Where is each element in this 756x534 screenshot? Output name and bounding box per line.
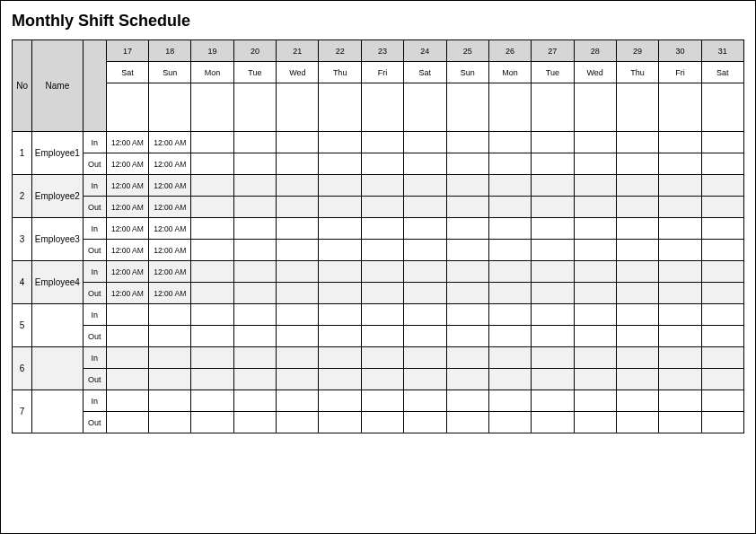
shift-out-cell	[191, 326, 233, 347]
shift-in-cell	[701, 218, 743, 240]
shift-in-cell	[404, 304, 446, 326]
shift-in-cell	[319, 304, 361, 326]
employee-no: 1	[13, 132, 32, 175]
shift-in-cell	[233, 132, 276, 153]
shift-in-cell	[277, 261, 319, 283]
shift-out-cell	[616, 197, 658, 218]
shift-in-cell	[361, 390, 403, 412]
shift-out-cell	[446, 153, 488, 175]
dow-header: Wed	[574, 62, 616, 83]
shift-out-cell	[233, 369, 276, 390]
shift-in-cell	[404, 347, 446, 369]
shift-in-cell	[191, 218, 233, 240]
date-header: 25	[446, 40, 488, 62]
dow-header: Fri	[361, 62, 403, 83]
shift-out-cell	[701, 369, 743, 390]
shift-out-cell	[404, 153, 446, 175]
in-label: In	[83, 304, 106, 326]
shift-out-cell	[659, 369, 701, 390]
date-header: 22	[319, 40, 361, 62]
shift-in-cell	[616, 132, 658, 153]
shift-in-cell	[149, 347, 191, 369]
in-label: In	[83, 175, 106, 197]
shift-out-cell	[404, 326, 446, 347]
shift-out-cell	[404, 240, 446, 261]
shift-out-cell	[616, 283, 658, 304]
document-page: Monthly Shift Schedule No Name 17 18 19 …	[0, 0, 756, 534]
shift-in-cell	[446, 347, 488, 369]
shift-in-cell	[149, 304, 191, 326]
date-header: 27	[532, 40, 574, 62]
column-header-inout-blank	[83, 40, 106, 132]
shift-out-cell	[574, 412, 616, 433]
shift-out-cell	[361, 283, 403, 304]
shift-out-cell	[191, 197, 233, 218]
dow-header: Thu	[616, 62, 658, 83]
shift-in-cell	[488, 175, 531, 197]
employee-row-out: Out	[13, 326, 744, 347]
employee-row-in: 2Employee2In12:00 AM12:00 AM	[13, 175, 744, 197]
shift-in-cell	[106, 347, 148, 369]
shift-in-cell	[106, 390, 148, 412]
shift-in-cell	[532, 347, 574, 369]
shift-in-cell	[233, 304, 276, 326]
shift-out-cell	[616, 412, 658, 433]
summary-header-cell	[106, 83, 148, 132]
shift-out-cell	[277, 240, 319, 261]
summary-header-row	[13, 83, 744, 132]
shift-out-cell	[446, 326, 488, 347]
shift-in-cell	[574, 132, 616, 153]
date-header-row: No Name 17 18 19 20 21 22 23 24 25 26 27…	[13, 40, 744, 62]
out-label: Out	[83, 240, 106, 261]
shift-out-cell	[319, 369, 361, 390]
shift-out-cell	[319, 283, 361, 304]
shift-out-cell	[446, 369, 488, 390]
shift-in-cell	[319, 347, 361, 369]
shift-out-cell	[106, 326, 148, 347]
shift-in-cell	[659, 347, 701, 369]
shift-in-cell	[361, 261, 403, 283]
shift-in-cell	[233, 261, 276, 283]
shift-in-cell	[574, 218, 616, 240]
shift-out-cell	[446, 240, 488, 261]
summary-header-cell	[319, 83, 361, 132]
shift-out-cell	[361, 153, 403, 175]
employee-row-out: Out12:00 AM12:00 AM	[13, 153, 744, 175]
date-header: 20	[233, 40, 276, 62]
shift-in-cell: 12:00 AM	[106, 261, 148, 283]
dow-header: Sun	[446, 62, 488, 83]
shift-out-cell: 12:00 AM	[106, 153, 148, 175]
employee-row-out: Out	[13, 412, 744, 433]
shift-out-cell	[106, 412, 148, 433]
shift-out-cell	[319, 240, 361, 261]
shift-out-cell	[574, 283, 616, 304]
shift-out-cell	[532, 326, 574, 347]
shift-in-cell	[191, 132, 233, 153]
summary-header-cell	[191, 83, 233, 132]
summary-header-cell	[574, 83, 616, 132]
shift-in-cell	[191, 304, 233, 326]
date-header: 18	[149, 40, 191, 62]
date-header: 31	[701, 40, 743, 62]
summary-header-cell	[446, 83, 488, 132]
page-title: Monthly Shift Schedule	[12, 12, 744, 31]
shift-in-cell: 12:00 AM	[106, 218, 148, 240]
shift-out-cell	[319, 326, 361, 347]
dow-header: Sat	[106, 62, 148, 83]
employee-row-out: Out12:00 AM12:00 AM	[13, 283, 744, 304]
shift-out-cell	[361, 369, 403, 390]
shift-in-cell	[277, 132, 319, 153]
shift-in-cell	[361, 175, 403, 197]
shift-out-cell	[191, 412, 233, 433]
shift-out-cell: 12:00 AM	[106, 283, 148, 304]
shift-out-cell	[319, 412, 361, 433]
shift-out-cell	[574, 240, 616, 261]
in-label: In	[83, 347, 106, 369]
shift-out-cell	[488, 153, 531, 175]
in-label: In	[83, 132, 106, 153]
shift-out-cell	[488, 369, 531, 390]
shift-in-cell	[191, 175, 233, 197]
shift-in-cell	[701, 261, 743, 283]
shift-in-cell	[532, 304, 574, 326]
shift-in-cell	[616, 175, 658, 197]
